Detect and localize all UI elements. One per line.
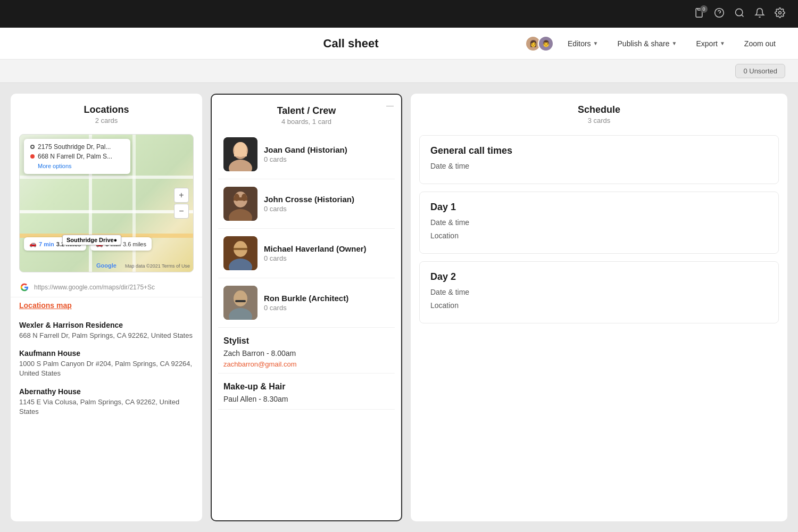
talent-inner: Talent / Crew 4 boards, 1 card — (211, 94, 402, 521)
editors-avatars: 👩 👨 (525, 36, 554, 52)
map-more-options[interactable]: More options (38, 163, 72, 169)
person-photo-3 (223, 286, 257, 320)
editors-button[interactable]: Editors ▼ (562, 36, 603, 51)
editors-label: Editors (568, 39, 591, 48)
svg-rect-15 (234, 197, 247, 201)
talent-title: Talent / Crew (222, 105, 390, 117)
location-name-1: Kaufmann House (19, 349, 194, 358)
help-icon[interactable] (714, 7, 725, 21)
person-photo-2 (223, 236, 257, 270)
location-list: Wexler & Harrison Residence 668 N Farrel… (11, 317, 202, 521)
schedule-card-2: Day 2 Date & time Location (419, 261, 779, 323)
person-cards-1: 0 cards (264, 205, 389, 213)
search-icon[interactable] (734, 7, 745, 21)
schedule-card-title-1: Day 1 (430, 202, 768, 213)
svg-rect-19 (234, 248, 247, 250)
avatar-2: 👨 (538, 36, 554, 52)
map-southridge-label: Southridge Drive● (62, 235, 121, 245)
list-item[interactable]: Joan Gand (Historian) 0 cards (218, 130, 395, 179)
toolbar: 0 Unsorted (0, 60, 798, 83)
makeup-section: Make-up & Hair Paul Allen - 8.30am (218, 373, 395, 410)
list-item: Kaufmann House 1000 S Palm Canyon Dr #20… (19, 349, 194, 378)
map-to-text: 668 N Farrell Dr, Palm S... (38, 153, 112, 160)
location-name-0: Wexler & Harrison Residence (19, 321, 194, 329)
schedule-card-title-0: General call times (430, 145, 768, 156)
schedule-panel: Schedule 3 cards General call times Date… (411, 94, 787, 521)
bell-icon[interactable] (754, 7, 765, 21)
svg-rect-9 (234, 152, 247, 156)
svg-point-4 (779, 11, 782, 14)
person-info-3: Ron Burkle (Architect) 0 cards (264, 294, 389, 312)
google-link-bar: https://www.google.com/maps/dir/2175+Sc (11, 278, 202, 297)
map-zoom-controls: + − (174, 188, 189, 219)
person-cards-2: 0 cards (264, 254, 389, 262)
clipboard-icon[interactable]: 0 (694, 7, 704, 21)
talent-scroll-area: Joan Gand (Historian) 0 cards (212, 130, 401, 520)
schedule-card-title-2: Day 2 (430, 271, 768, 282)
location-address-1: 1000 S Palm Canyon Dr #204, Palm Springs… (19, 359, 194, 378)
makeup-title: Make-up & Hair (223, 382, 389, 392)
header: Call sheet 👩 👨 Editors ▼ Publish & share… (0, 28, 798, 60)
svg-point-22 (234, 290, 247, 306)
zoom-out-button[interactable]: − (174, 204, 189, 219)
map-from-text: 2175 Southridge Dr, Pal... (38, 143, 111, 151)
export-label: Export (696, 39, 717, 48)
zoom-in-button[interactable]: + (174, 188, 189, 203)
publish-chevron: ▼ (672, 40, 677, 46)
zoom-label: Zoom out (744, 39, 776, 48)
talent-subtitle: 4 boards, 1 card (222, 118, 390, 126)
stylist-name: Zach Barron - 8.00am (223, 349, 389, 358)
schedule-card-item-1-1: Location (430, 230, 768, 242)
zoom-button[interactable]: Zoom out (739, 36, 781, 51)
talent-panel: Talent / Crew 4 boards, 1 card — (211, 94, 402, 521)
person-name-1: John Crosse (Historian) (264, 195, 389, 204)
person-info-2: Michael Haverland (Owner) 0 cards (264, 244, 389, 262)
unsorted-label: 0 Unsorted (743, 67, 777, 75)
export-button[interactable]: Export ▼ (691, 36, 730, 51)
locations-header: Locations 2 cards (11, 94, 202, 129)
map-background: 2175 Southridge Dr, Pal... 668 N Farrell… (20, 135, 193, 272)
schedule-card-item-0-0: Date & time (430, 161, 768, 172)
list-item[interactable]: John Crosse (Historian) 0 cards (218, 179, 395, 229)
page-title: Call sheet (177, 37, 525, 51)
list-item[interactable]: Ron Burkle (Architect) 0 cards (218, 278, 395, 328)
export-chevron: ▼ (720, 40, 725, 46)
map-credit: Map data ©2021 Terms of Use (125, 263, 190, 269)
svg-rect-23 (235, 300, 246, 302)
list-item: Abernathy House 1145 E Via Colusa, Palm … (19, 387, 194, 417)
google-brand: Google (96, 262, 117, 269)
schedule-subtitle: 3 cards (421, 117, 777, 124)
list-item[interactable]: Michael Haverland (Owner) 0 cards (218, 229, 395, 278)
person-name-0: Joan Gand (Historian) (264, 145, 389, 154)
schedule-card-1: Day 1 Date & time Location (419, 192, 779, 254)
locations-map-link[interactable]: Locations map (19, 301, 72, 310)
editors-chevron: ▼ (593, 40, 598, 46)
map-directions-popup: 2175 Southridge Dr, Pal... 668 N Farrell… (24, 139, 130, 174)
schedule-title: Schedule (421, 104, 777, 115)
publish-label: Publish & share (618, 39, 670, 48)
settings-icon[interactable] (775, 7, 785, 21)
person-photo-0 (223, 137, 257, 171)
schedule-card-item-2-0: Date & time (430, 287, 768, 298)
main-content: Locations 2 cards 2175 Southridge Dr, Pa… (0, 83, 798, 532)
locations-map-link-container: Locations map (11, 297, 202, 317)
talent-minimize-icon[interactable]: — (386, 101, 394, 110)
talent-header: Talent / Crew 4 boards, 1 card — (212, 95, 401, 130)
locations-panel: Locations 2 cards 2175 Southridge Dr, Pa… (11, 94, 202, 521)
schedule-header: Schedule 3 cards (411, 94, 787, 129)
top-bar: 0 (0, 0, 798, 28)
stylist-email[interactable]: zachbarron@gmail.com (223, 360, 296, 368)
location-name-2: Abernathy House (19, 387, 194, 396)
stylist-title: Stylist (223, 336, 389, 346)
map-container: 2175 Southridge Dr, Pal... 668 N Farrell… (19, 134, 194, 272)
person-name-2: Michael Haverland (Owner) (264, 244, 389, 253)
map-origin-dot (30, 145, 35, 149)
map-dest-dot (30, 154, 35, 159)
locations-title: Locations (21, 104, 192, 115)
schedule-card-0: General call times Date & time (419, 135, 779, 184)
unsorted-button[interactable]: 0 Unsorted (735, 64, 785, 78)
publish-button[interactable]: Publish & share ▼ (612, 36, 683, 51)
person-name-3: Ron Burkle (Architect) (264, 294, 389, 303)
schedule-scroll-area: General call times Date & time Day 1 Dat… (411, 129, 787, 521)
location-address-2: 1145 E Via Colusa, Palm Springs, CA 9226… (19, 397, 194, 417)
